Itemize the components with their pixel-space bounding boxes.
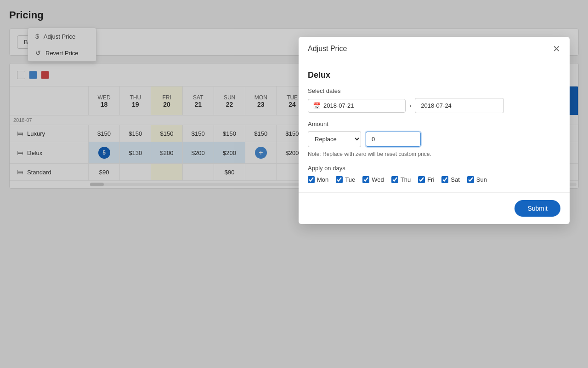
day-checkbox-tue[interactable] xyxy=(336,176,343,183)
amount-value-input[interactable] xyxy=(366,132,421,147)
date-range-row: 📅 › xyxy=(308,98,560,113)
modal-title: Adjust Price xyxy=(308,45,347,53)
day-label-thu: Thu xyxy=(401,176,411,183)
adjust-price-modal: Adjust Price ✕ Delux Select dates 📅 › Am… xyxy=(299,37,570,198)
date-range-arrow: › xyxy=(409,102,411,109)
day-checkbox-sun[interactable] xyxy=(467,176,474,183)
modal-overlay: Adjust Price ✕ Delux Select dates 📅 › Am… xyxy=(0,0,588,198)
day-checkbox-wed[interactable] xyxy=(362,176,369,183)
day-check-sun: Sun xyxy=(467,176,487,183)
days-checkboxes-row: Mon Tue Wed Thu Fri xyxy=(308,176,560,183)
day-label-mon: Mon xyxy=(317,176,328,183)
note-text: Note: Replace with zero will be reset cu… xyxy=(308,151,560,157)
date-start-input[interactable] xyxy=(323,102,401,109)
day-label-wed: Wed xyxy=(372,176,384,183)
calendar-icon: 📅 xyxy=(313,102,321,109)
day-check-thu: Thu xyxy=(391,176,411,183)
day-label-fri: Fri xyxy=(427,176,434,183)
day-checkbox-sat[interactable] xyxy=(441,176,448,183)
day-label-tue: Tue xyxy=(345,176,355,183)
select-dates-label: Select dates xyxy=(308,87,560,94)
modal-body: Delux Select dates 📅 › Amount Replace In… xyxy=(299,61,570,192)
modal-close-button[interactable]: ✕ xyxy=(553,44,560,53)
modal-room-name: Delux xyxy=(308,70,560,80)
day-check-fri: Fri xyxy=(418,176,434,183)
day-label-sat: Sat xyxy=(451,176,460,183)
apply-on-days-label: Apply on days xyxy=(308,165,560,172)
day-check-tue: Tue xyxy=(336,176,355,183)
modal-footer: Submit xyxy=(299,192,570,198)
date-start-wrap: 📅 xyxy=(308,99,406,113)
date-end-input[interactable] xyxy=(415,98,504,113)
day-check-mon: Mon xyxy=(308,176,328,183)
modal-header: Adjust Price ✕ xyxy=(299,37,570,61)
day-checkbox-mon[interactable] xyxy=(308,176,315,183)
day-checkbox-fri[interactable] xyxy=(418,176,425,183)
amount-label: Amount xyxy=(308,121,560,127)
day-check-wed: Wed xyxy=(362,176,384,183)
day-label-sun: Sun xyxy=(476,176,487,183)
amount-row: Replace Increase Decrease xyxy=(308,131,560,147)
day-check-sat: Sat xyxy=(441,176,460,183)
day-checkbox-thu[interactable] xyxy=(391,176,398,183)
amount-type-select[interactable]: Replace Increase Decrease xyxy=(308,131,361,147)
